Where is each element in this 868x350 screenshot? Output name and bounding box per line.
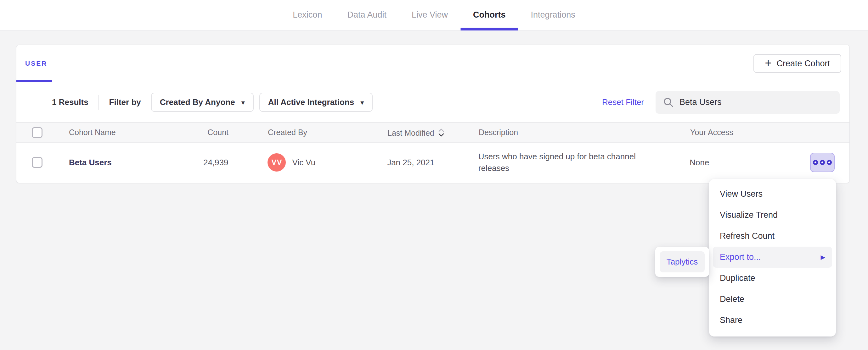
tab-integrations-label: Integrations [531, 10, 575, 20]
integrations-dropdown-value: All Active Integrations [268, 97, 354, 107]
description-cell: Users who have signed up for beta channe… [478, 151, 644, 174]
sort-icon[interactable] [437, 128, 445, 138]
cohorts-card: USER + Create Cohort 1 Results Filter by… [16, 45, 850, 183]
tab-cohorts-label: Cohorts [473, 10, 506, 20]
avatar: VV [268, 153, 286, 172]
table-header-row: Cohort Name Count Created By Last Modifi… [17, 122, 849, 143]
tab-user-label: USER [25, 60, 47, 67]
created-by-dropdown-value: Created By Anyone [160, 97, 235, 107]
search-input[interactable] [680, 97, 832, 107]
table-row: Beta Users 24,939 VV Vic Vu Jan 25, 2021… [17, 143, 849, 182]
tab-user[interactable]: USER [17, 45, 56, 82]
row-select-cell [32, 157, 43, 168]
header-description: Description [479, 127, 644, 138]
row-checkbox[interactable] [32, 157, 42, 168]
search-icon [663, 97, 674, 108]
active-tab-underline [460, 28, 518, 31]
tab-data-audit-label: Data Audit [347, 10, 386, 20]
last-modified-cell: Jan 25, 2021 [387, 158, 478, 168]
header-last-modified[interactable]: Last Modified [388, 128, 479, 138]
create-cohort-label: Create Cohort [776, 59, 830, 69]
created-by-dropdown[interactable]: Created By Anyone ▾ [151, 93, 254, 112]
chevron-down-icon: ▾ [241, 99, 245, 106]
search-box[interactable] [656, 91, 840, 114]
submenu-arrow-icon: ▶ [820, 253, 825, 261]
menu-item-export-to[interactable]: Export to... ▶ [713, 247, 832, 268]
your-access-cell: None [689, 158, 810, 168]
export-submenu: Taplytics [655, 247, 709, 277]
header-count: Count [173, 128, 228, 137]
tab-live-view-label: Live View [412, 10, 448, 20]
header-cohort-name: Cohort Name [69, 128, 173, 137]
card-tab-bar: USER + Create Cohort [17, 45, 849, 82]
cohorts-page: Lexicon Data Audit Live View Cohorts Int… [0, 0, 868, 350]
menu-item-delete[interactable]: Delete [713, 289, 832, 310]
actions-cell [810, 153, 835, 172]
menu-item-taplytics[interactable]: Taplytics [660, 251, 705, 272]
tab-lexicon-label: Lexicon [293, 10, 322, 20]
create-cohort-button[interactable]: + Create Cohort [753, 54, 841, 73]
menu-item-view-users[interactable]: View Users [713, 183, 832, 205]
more-options-icon [827, 160, 832, 165]
vertical-divider [98, 95, 99, 110]
tab-integrations[interactable]: Integrations [531, 0, 575, 30]
cohort-name-cell: Beta Users [69, 158, 173, 168]
menu-item-duplicate[interactable]: Duplicate [713, 268, 832, 289]
plus-icon: + [765, 58, 771, 69]
context-menu: View Users Visualize Trend Refresh Count… [709, 179, 836, 337]
cohort-name-link[interactable]: Beta Users [69, 158, 112, 167]
select-all-cell [32, 127, 43, 138]
top-nav: Lexicon Data Audit Live View Cohorts Int… [0, 0, 868, 31]
tab-cohorts[interactable]: Cohorts [473, 0, 506, 30]
select-all-checkbox[interactable] [32, 127, 42, 138]
header-last-modified-label: Last Modified [388, 129, 434, 137]
reset-filter-link[interactable]: Reset Filter [602, 97, 644, 107]
results-count: 1 Results [52, 97, 88, 107]
creator-name: Vic Vu [292, 158, 315, 168]
menu-item-refresh-count[interactable]: Refresh Count [713, 225, 832, 247]
integrations-dropdown[interactable]: All Active Integrations ▾ [259, 93, 373, 112]
tab-data-audit[interactable]: Data Audit [347, 0, 386, 30]
filter-by-label: Filter by [109, 97, 141, 107]
count-cell: 24,939 [173, 158, 228, 168]
tab-lexicon[interactable]: Lexicon [293, 0, 322, 30]
more-options-icon [813, 160, 818, 165]
tab-live-view[interactable]: Live View [412, 0, 448, 30]
menu-item-visualize-trend[interactable]: Visualize Trend [713, 205, 832, 225]
header-your-access: Your Access [690, 128, 811, 137]
user-tab-underline [17, 80, 52, 82]
more-options-icon [820, 160, 825, 165]
menu-item-export-to-label: Export to... [720, 252, 761, 262]
created-by-cell: VV Vic Vu [268, 153, 387, 172]
filter-bar: 1 Results Filter by Created By Anyone ▾ … [17, 82, 849, 122]
chevron-down-icon: ▾ [360, 99, 364, 106]
header-created-by: Created By [268, 128, 388, 137]
more-options-button[interactable] [810, 153, 835, 172]
menu-item-share[interactable]: Share [713, 310, 832, 331]
